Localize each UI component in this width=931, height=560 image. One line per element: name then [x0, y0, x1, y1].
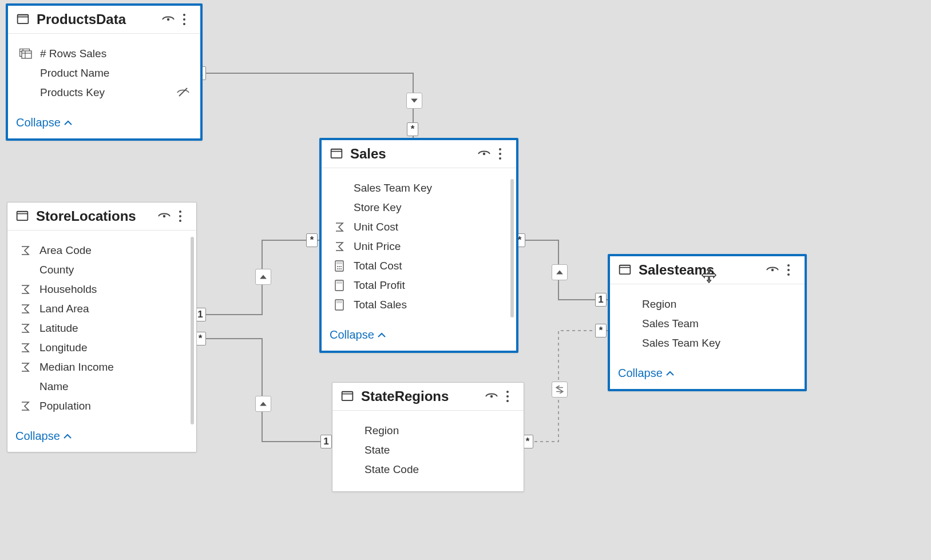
field-row[interactable]: Sales Team Key: [326, 178, 512, 198]
visibility-icon[interactable]: [764, 262, 781, 278]
field-list: # Rows Sales Product Name Products Key: [8, 34, 200, 108]
scrollbar[interactable]: [191, 237, 194, 424]
svg-point-3: [167, 18, 169, 21]
filter-direction-arrow[interactable]: [255, 269, 271, 285]
field-row[interactable]: Total Profit: [326, 276, 512, 295]
blank-icon: [17, 264, 34, 276]
svg-point-24: [340, 266, 342, 267]
table-card-sales[interactable]: Sales Sales Team Key Store Key Unit Cost…: [319, 138, 518, 353]
table-header[interactable]: StoreLocations: [7, 202, 196, 231]
field-label: Land Area: [39, 303, 187, 315]
field-row[interactable]: Longitude: [12, 338, 192, 358]
visibility-icon[interactable]: [476, 146, 492, 162]
field-row[interactable]: State: [337, 440, 519, 460]
collapse-link[interactable]: Collapse: [15, 430, 72, 443]
table-header[interactable]: StateRegions: [332, 383, 524, 411]
svg-point-16: [483, 153, 485, 155]
field-row[interactable]: Products Key: [13, 83, 196, 102]
field-label: Store Key: [354, 201, 507, 214]
calculator-icon: [331, 279, 348, 292]
visibility-icon[interactable]: [156, 208, 172, 224]
svg-point-49: [787, 273, 790, 276]
svg-point-41: [506, 391, 509, 393]
field-label: Name: [39, 380, 187, 393]
sigma-icon: [17, 400, 34, 412]
filter-direction-arrow[interactable]: [552, 382, 568, 398]
table-header[interactable]: Sales: [322, 140, 516, 168]
blank-icon: [331, 182, 348, 194]
field-label: Sales Team Key: [354, 182, 507, 194]
field-row[interactable]: State Code: [337, 460, 519, 479]
sigma-icon: [17, 361, 34, 374]
field-row[interactable]: Region: [615, 295, 800, 314]
table-title: Salesteams: [639, 262, 764, 278]
table-icon: [330, 147, 343, 161]
field-label: Total Profit: [354, 279, 507, 292]
collapse-link[interactable]: Collapse: [618, 367, 674, 380]
table-card-stateregions[interactable]: StateRegions Region State State Code: [332, 382, 524, 492]
filter-direction-arrow[interactable]: [552, 264, 568, 280]
chevron-up-icon: [64, 120, 72, 126]
hidden-icon[interactable]: [175, 86, 191, 99]
sigma-icon: [17, 341, 34, 354]
field-label: Sales Team Key: [642, 337, 795, 349]
field-row[interactable]: Total Cost: [326, 256, 512, 276]
field-row[interactable]: Unit Cost: [326, 217, 512, 237]
svg-point-27: [340, 268, 342, 269]
field-label: Area Code: [39, 244, 187, 257]
svg-rect-21: [336, 262, 342, 264]
table-icon: [16, 13, 30, 26]
filter-direction-arrow[interactable]: [255, 396, 271, 412]
svg-point-23: [339, 266, 340, 267]
more-options-icon[interactable]: [176, 11, 192, 27]
blank-icon: [17, 67, 34, 80]
svg-point-47: [787, 264, 790, 267]
chevron-up-icon: [378, 332, 386, 338]
field-row[interactable]: Total Sales: [326, 295, 512, 315]
table-card-storelocations[interactable]: StoreLocations Area Code County Househol…: [7, 202, 197, 452]
cardinality-many: *: [595, 324, 607, 337]
more-options-icon[interactable]: [492, 146, 508, 162]
field-list: Region Sales Team Sales Team Key: [610, 284, 805, 359]
table-card-productsdata[interactable]: ProductsData # Rows Sales Product Name P…: [6, 3, 203, 141]
sigma-icon: [17, 303, 34, 315]
table-title: Sales: [350, 146, 476, 162]
field-row[interactable]: Median Income: [12, 358, 192, 377]
field-row[interactable]: Latitude: [12, 319, 192, 338]
field-row[interactable]: Name: [12, 377, 192, 396]
measure-group-icon: [17, 47, 34, 60]
field-row[interactable]: Area Code: [12, 241, 192, 260]
table-card-salesteams[interactable]: Salesteams Region Sales Team Sales Team …: [608, 254, 807, 391]
field-row[interactable]: # Rows Sales: [13, 44, 196, 63]
collapse-link[interactable]: Collapse: [330, 328, 386, 341]
field-row[interactable]: Product Name: [13, 63, 196, 83]
scrollbar[interactable]: [510, 179, 514, 317]
filter-direction-arrow[interactable]: [406, 93, 422, 109]
visibility-icon[interactable]: [484, 388, 500, 404]
field-label: Longitude: [39, 341, 187, 354]
field-row[interactable]: Sales Team Key: [615, 333, 800, 353]
visibility-icon[interactable]: [160, 11, 176, 27]
field-row[interactable]: Population: [12, 396, 192, 416]
more-options-icon[interactable]: [172, 208, 188, 224]
table-icon: [15, 209, 29, 223]
table-header[interactable]: Salesteams: [610, 256, 805, 284]
cardinality-one: 1: [595, 293, 607, 307]
more-options-icon[interactable]: [781, 262, 797, 278]
field-label: Unit Price: [354, 240, 507, 253]
more-options-icon[interactable]: [500, 388, 516, 404]
field-row[interactable]: County: [12, 260, 192, 280]
field-label: State: [365, 444, 514, 456]
field-list: Area Code County Households Land Area La…: [7, 231, 196, 422]
field-row[interactable]: Land Area: [12, 299, 192, 319]
field-row[interactable]: Region: [337, 421, 519, 440]
svg-point-22: [337, 266, 338, 267]
field-row[interactable]: Sales Team: [615, 314, 800, 333]
collapse-label: Collapse: [16, 116, 61, 129]
field-label: Total Sales: [354, 299, 507, 311]
field-row[interactable]: Store Key: [326, 198, 512, 217]
field-row[interactable]: Households: [12, 280, 192, 299]
table-header[interactable]: ProductsData: [8, 6, 200, 34]
collapse-link[interactable]: Collapse: [16, 116, 72, 129]
field-row[interactable]: Unit Price: [326, 237, 512, 256]
